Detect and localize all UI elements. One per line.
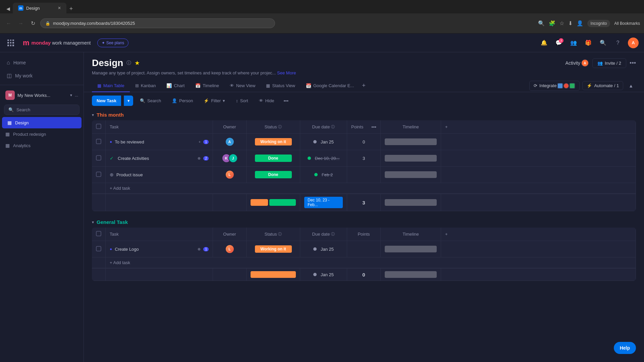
toolbar-search-btn[interactable]: 🔍 Search (136, 96, 165, 106)
new-task-btn[interactable]: New Task (92, 96, 121, 106)
due-date-info-icon-g[interactable]: ⓘ (331, 232, 335, 237)
row-2-status[interactable]: Done (247, 150, 300, 167)
due-date-info-icon[interactable]: ⓘ (331, 124, 335, 129)
status-badge-3[interactable]: Done (255, 171, 292, 178)
tab-status-view[interactable]: ▦ Status View (261, 80, 300, 92)
new-task-dropdown-btn[interactable]: ▾ (124, 96, 133, 106)
toolbar-sort-btn[interactable]: ↕ Sort (232, 96, 252, 106)
add-task-label-g[interactable]: + Add task (106, 257, 636, 268)
browser-tab[interactable]: m Design ✕ (13, 3, 66, 13)
tab-main-table[interactable]: ▦ Main Table (92, 80, 130, 92)
workspace-chevron-icon[interactable]: ▾ (70, 93, 72, 98)
row-1-checkbox[interactable] (96, 139, 101, 144)
tab-chart[interactable]: 📊 Chart (161, 80, 190, 92)
main-content: Design ⓘ ★ Activity A 👥 Invite / 2 ••• M… (84, 52, 644, 362)
sidebar-item-my-work[interactable]: ◫ My work (0, 69, 84, 82)
sidebar-item-home[interactable]: ⌂ Home (0, 56, 84, 69)
group-collapse-icon[interactable]: ▾ (92, 113, 94, 117)
address-bar[interactable]: 🔒 moodjoy.monday.com/boards/1830420525 (40, 18, 275, 28)
help-btn[interactable]: Help (614, 342, 636, 354)
task-icon-3[interactable]: ⊕ (110, 172, 114, 177)
toolbar-person-btn[interactable]: 👤 Person (168, 96, 197, 106)
tab-timeline[interactable]: 📅 Timeline (190, 80, 224, 92)
toolbar-filter-btn[interactable]: ⚡ Filter ▾ (200, 96, 229, 106)
sidebar-search[interactable]: 🔍 Search (4, 105, 79, 115)
group-header-general-task[interactable]: ▾ General Task (92, 217, 636, 228)
row-2-checkbox[interactable] (96, 155, 101, 161)
integrate-btn[interactable]: ⟳ Integrate (529, 81, 580, 91)
group-this-month: ▾ This month Task Owner (92, 109, 636, 211)
people-icon[interactable]: 👥 (569, 38, 578, 48)
favorites-icon[interactable]: ☆ (559, 20, 564, 26)
header-checkbox-g[interactable] (96, 231, 101, 236)
toolbar-hide-btn[interactable]: 👁 Hide (255, 96, 278, 106)
automate-btn[interactable]: ⚡ Automate / 1 (582, 81, 623, 90)
workspace-more-btn[interactable]: ... (75, 93, 78, 98)
row-3-status[interactable]: Done (247, 167, 300, 183)
tab-kanban[interactable]: ⊞ Kanban (130, 80, 161, 92)
tab-back-btn[interactable]: ◀ (3, 4, 13, 13)
status-badge-2[interactable]: Done (255, 155, 292, 162)
collapse-btn[interactable]: ▲ (626, 82, 636, 90)
task-check-icon-2[interactable]: ✓ (110, 156, 114, 161)
tab-new-view[interactable]: 👁 New View (224, 80, 261, 92)
user-avatar[interactable]: A (628, 38, 639, 48)
task-more-icon-1[interactable]: + (199, 140, 201, 144)
task-more-icon-g1[interactable]: ⊕ (198, 247, 201, 251)
search-icon[interactable]: 🔍 (598, 38, 608, 48)
new-tab-btn[interactable]: + (66, 4, 76, 13)
help-icon[interactable]: ? (613, 38, 623, 48)
see-more-btn[interactable]: See More (277, 70, 296, 75)
toolbar-more-btn[interactable]: ••• (281, 97, 291, 105)
add-task-row-g[interactable]: + Add task (92, 257, 636, 268)
header-checkbox[interactable] (96, 124, 101, 129)
task-more-icon-2[interactable]: ⊕ (198, 156, 201, 161)
group-header-this-month[interactable]: ▾ This month (92, 109, 636, 120)
invite-btn[interactable]: 👥 Invite / 2 (592, 58, 626, 68)
workspace-header[interactable]: M My New Works... ▾ ... (0, 88, 84, 103)
nav-forward-btn[interactable]: → (16, 19, 25, 28)
bell-icon[interactable]: 🔔 (539, 38, 549, 48)
status-info-icon[interactable]: ⓘ (278, 124, 282, 129)
board-more-btn[interactable]: ••• (630, 60, 636, 67)
row-1-timeline (381, 134, 441, 150)
status-badge-g1[interactable]: Working on it (255, 245, 292, 253)
tab-google-calendar[interactable]: 📆 Google Calendar E... (301, 80, 359, 92)
inbox-icon[interactable]: 💬 3 (554, 38, 564, 48)
group-collapse-icon-2[interactable]: ▾ (92, 220, 94, 225)
activity-btn[interactable]: Activity A (566, 59, 589, 67)
extensions-icon[interactable]: 🧩 (549, 20, 555, 26)
sidebar-item-product-redesign[interactable]: ▦ Product redesign (0, 128, 84, 140)
add-column-btn[interactable]: + (441, 120, 636, 134)
add-view-btn[interactable]: + (359, 79, 368, 92)
add-column-btn-g[interactable]: + (441, 228, 636, 241)
row-3-checkbox[interactable] (96, 172, 101, 177)
board-info-icon[interactable]: ⓘ (126, 60, 131, 66)
row-g1-status[interactable]: Working on it (247, 241, 300, 257)
my-work-icon: ◫ (7, 72, 12, 79)
row-1-status[interactable]: Working on it (247, 134, 300, 150)
see-plans-btn[interactable]: ✦ See plans (97, 39, 128, 47)
row-g1-checkbox-el[interactable] (96, 246, 101, 251)
gift-icon[interactable]: 🎁 (584, 38, 593, 48)
add-task-label-1[interactable]: + Add task (106, 183, 636, 194)
status-badge-1[interactable]: Working on it (255, 138, 292, 145)
task-expand-icon[interactable]: ● (110, 139, 112, 144)
apps-grid-btn[interactable] (5, 38, 16, 48)
points-col-more-btn[interactable]: ••• (371, 124, 376, 130)
table-header-row: Task Owner Status ⓘ (92, 120, 636, 134)
profile-icon[interactable]: 👤 (577, 20, 583, 26)
status-info-icon-g[interactable]: ⓘ (278, 232, 282, 237)
nav-back-btn[interactable]: ← (4, 19, 13, 28)
row-1-owner: A (213, 134, 247, 150)
task-expand-icon-g1[interactable]: ● (110, 247, 112, 251)
browser-search-icon[interactable]: 🔍 (538, 20, 545, 26)
add-task-row-1[interactable]: + Add task (92, 183, 636, 194)
download-icon[interactable]: ⬇ (568, 20, 573, 26)
due-date-col-label: Due date (312, 124, 330, 129)
sidebar-item-analytics[interactable]: ▦ Analytics (0, 140, 84, 151)
nav-refresh-btn[interactable]: ↻ (28, 19, 38, 28)
tab-close-btn[interactable]: ✕ (58, 6, 61, 10)
board-star-icon[interactable]: ★ (135, 59, 140, 67)
sidebar-item-design[interactable]: ▦ Design (2, 117, 82, 128)
